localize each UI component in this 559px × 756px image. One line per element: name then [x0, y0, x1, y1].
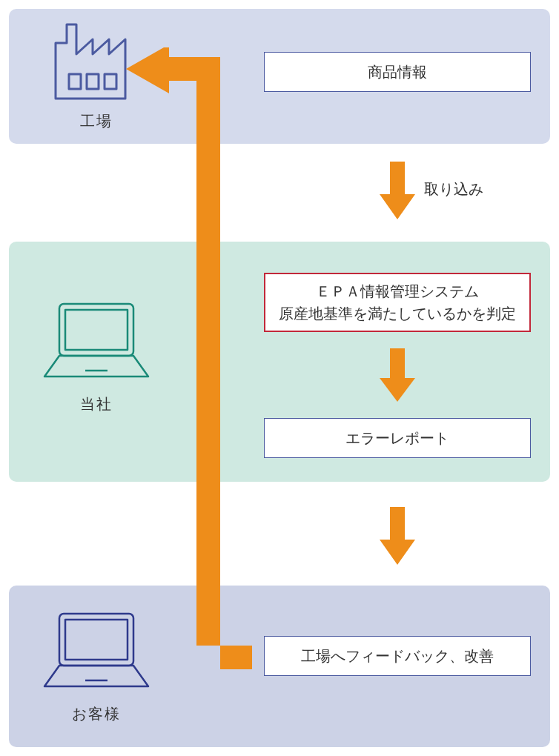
svg-rect-2	[105, 74, 116, 89]
box-epa-line2: 原産地基準を満たしているかを判定	[279, 302, 516, 325]
svg-rect-6	[59, 614, 133, 666]
box-epa-system: ＥＰＡ情報管理システム 原産地基準を満たしているかを判定	[264, 273, 531, 332]
customer-label: お客様	[30, 704, 163, 724]
diagram-stage: 工場 当社 お客様 商品情報 ＥＰＡ情報管理システム 原産地基	[0, 0, 559, 756]
arrow-down-1	[380, 162, 415, 219]
arrow-down-3	[380, 507, 415, 565]
box-product-info: 商品情報	[264, 52, 531, 92]
arrow-down-2	[380, 348, 415, 402]
svg-rect-7	[65, 620, 128, 660]
svg-rect-4	[65, 310, 128, 350]
box-error-report: エラーレポート	[264, 418, 531, 458]
arrow-import-label: 取り込み	[424, 179, 483, 199]
svg-rect-0	[69, 74, 81, 89]
box-epa-line1: ＥＰＡ情報管理システム	[316, 280, 479, 302]
svg-rect-1	[87, 74, 99, 89]
arrow-feedback-loop	[126, 47, 252, 677]
svg-rect-3	[59, 304, 133, 356]
box-feedback: 工場へフィードバック、改善	[264, 636, 531, 676]
